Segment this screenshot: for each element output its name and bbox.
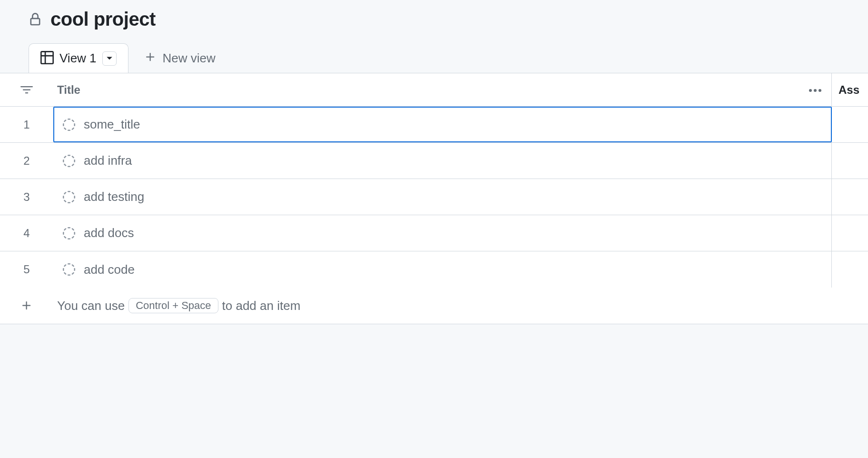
tab-options-button[interactable] bbox=[102, 51, 117, 66]
row-title: add infra bbox=[84, 153, 132, 168]
title-cell[interactable]: add docs bbox=[53, 215, 832, 251]
row-title: add testing bbox=[84, 189, 144, 204]
row-number[interactable]: 4 bbox=[0, 227, 53, 240]
draft-issue-icon bbox=[63, 263, 75, 276]
filter-button[interactable] bbox=[0, 84, 53, 96]
table-row: 3add testing bbox=[0, 179, 868, 215]
table-header-row: Title Ass bbox=[0, 73, 868, 107]
project-title[interactable]: cool project bbox=[50, 9, 156, 30]
title-cell[interactable]: add testing bbox=[53, 179, 832, 215]
table-row: 4add docs bbox=[0, 215, 868, 251]
plus-icon bbox=[145, 51, 156, 65]
tabs-row: View 1 New view bbox=[0, 30, 868, 73]
add-hint-post: to add an item bbox=[222, 299, 301, 313]
table-icon bbox=[40, 51, 54, 66]
table-row: 5add code bbox=[0, 251, 868, 288]
plus-icon bbox=[21, 300, 32, 311]
add-hint-pre: You can use bbox=[57, 299, 125, 313]
new-view-label: New view bbox=[163, 51, 216, 66]
svg-point-2 bbox=[819, 89, 821, 92]
add-item-hint[interactable]: You can use Control + Space to add an it… bbox=[53, 298, 300, 313]
tab-label: View 1 bbox=[59, 51, 97, 66]
row-number[interactable]: 1 bbox=[0, 118, 53, 131]
new-view-button[interactable]: New view bbox=[136, 43, 224, 73]
filter-icon bbox=[20, 84, 33, 96]
draft-issue-icon bbox=[63, 155, 75, 167]
draft-issue-icon bbox=[63, 191, 75, 203]
project-header: cool project bbox=[0, 0, 868, 30]
add-item-button[interactable] bbox=[0, 300, 53, 311]
svg-point-1 bbox=[814, 89, 817, 92]
add-item-row: You can use Control + Space to add an it… bbox=[0, 288, 868, 324]
lock-icon bbox=[29, 13, 42, 26]
column-title-label: Title bbox=[57, 83, 80, 97]
row-title: some_title bbox=[84, 117, 140, 132]
row-title: add code bbox=[84, 262, 135, 277]
caret-down-icon bbox=[106, 56, 113, 61]
kebab-horizontal-icon bbox=[809, 89, 822, 92]
row-number[interactable]: 3 bbox=[0, 190, 53, 204]
add-hint-kbd: Control + Space bbox=[128, 298, 218, 313]
row-number[interactable]: 5 bbox=[0, 263, 53, 276]
table-row: 2add infra bbox=[0, 143, 868, 179]
tab-view-1[interactable]: View 1 bbox=[29, 43, 128, 73]
row-number[interactable]: 2 bbox=[0, 154, 53, 168]
column-title-more-button[interactable] bbox=[807, 84, 824, 96]
column-assignees-label: Ass bbox=[838, 83, 859, 97]
column-header-title[interactable]: Title bbox=[53, 73, 832, 106]
title-cell[interactable]: add code bbox=[53, 251, 832, 288]
draft-issue-icon bbox=[63, 119, 75, 131]
column-header-assignees[interactable]: Ass bbox=[832, 83, 868, 97]
project-table: Title Ass 1some_title2add infra3add test… bbox=[0, 73, 868, 324]
table-row: 1some_title bbox=[0, 107, 868, 143]
row-title: add docs bbox=[84, 226, 134, 240]
title-cell[interactable]: add infra bbox=[53, 143, 832, 179]
svg-point-0 bbox=[809, 89, 812, 92]
draft-issue-icon bbox=[63, 227, 75, 239]
title-cell[interactable]: some_title bbox=[53, 107, 832, 142]
